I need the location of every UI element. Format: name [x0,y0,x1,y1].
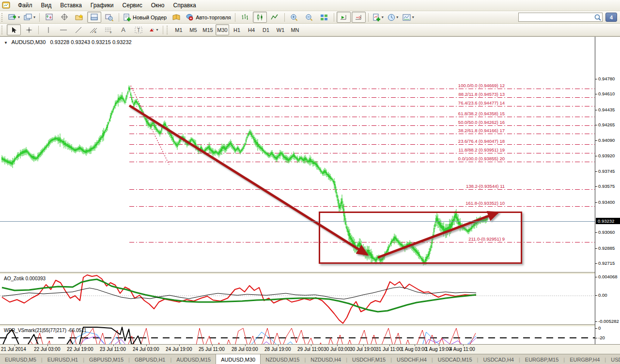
timeframe-button-h1[interactable]: H1 [230,24,244,35]
chart-canvas[interactable] [0,37,595,344]
timeframe-button-mn[interactable]: MN [288,24,302,35]
metaeditor-button[interactable] [169,12,183,23]
market-watch-button[interactable] [42,12,56,23]
strategy-tester-button[interactable] [102,12,116,23]
time-axis[interactable]: 21 Jul 201422 Jul 03:0022 Jul 19:0023 Ju… [0,344,620,354]
chart-tab-gbpusd-m15[interactable]: GBPUSD,M15 [84,354,128,364]
fib-level-label[interactable]: 38.2/61.8 (0.94166) 17 [403,128,505,133]
fib-level-label[interactable]: 161.8-(0.93352) 10 [403,200,505,206]
zoom-in-button[interactable] [287,12,301,23]
chart-tab-usdcad-m15[interactable]: USDCAD,M15 [433,354,477,364]
menu-item-5[interactable]: Окно [147,1,169,10]
candle-chart-button[interactable] [253,12,267,23]
tile-windows-button[interactable] [317,12,331,23]
chart-tab-eurgbp-h4[interactable]: EURGBP,H4 [565,354,604,364]
periods-button[interactable]: ▾ [386,12,400,23]
chart-tab-usdcad-h4[interactable]: USDCAD,H4 [478,354,519,364]
menu-item-3[interactable]: Графики [86,1,118,10]
fib-level-label[interactable]: 0.0/100.0 (0.93855) 20 [403,156,505,161]
time-axis-label[interactable]: 29 Jul 11:00 [297,347,324,352]
navigator-button[interactable] [72,12,86,23]
menu-item-2[interactable]: Вставка [56,1,86,10]
chart-tab-eurusd-h1[interactable]: EURUSD,H1 [43,354,83,364]
time-axis-label[interactable]: 4 Aug 11:00 [450,347,475,352]
time-axis-label[interactable]: 22 Jul 19:00 [67,347,93,352]
new-chart-button[interactable]: ▾ [7,12,21,23]
time-axis-label[interactable]: 1 Aug 19:00 [425,347,451,352]
time-axis-label[interactable]: 22 Jul 03:00 [34,347,61,352]
label-tool-button[interactable]: T [131,24,145,35]
fibonacci-tool-button[interactable]: F [101,24,115,35]
data-window-button[interactable] [57,12,71,23]
chart-tab-audusd-m30[interactable]: AUDUSD,M30 [216,354,261,364]
chat-badge[interactable]: 4 [605,13,617,22]
fib-level-label[interactable]: 23.6/76.4 (0.94047) 18 [403,138,505,144]
bar-chart-button[interactable] [238,12,252,23]
toolbar-grip[interactable] [1,13,5,22]
collapse-triangle-icon[interactable]: ▼ [4,41,8,45]
text-tool-button[interactable]: A [116,24,130,35]
zoom-out-button[interactable] [302,12,316,23]
toolbar-grip[interactable] [167,26,170,34]
chart-tab-audusd-m15[interactable]: AUDUSD,M15 [171,354,216,364]
chart-tab-usdchf-m15[interactable]: USDCHF,M15 [347,354,390,364]
time-axis-label[interactable]: 30 Jul 19:00 [350,347,376,352]
time-axis-label[interactable]: 21 Jul 2014 [1,347,26,352]
fib-level-label[interactable]: 100.0/0.0 (0.94669) 12 [403,83,505,88]
timeframe-button-h4[interactable]: H4 [245,24,258,35]
chart-tab-nzdusd-m15[interactable]: NZDUSD,M15 [261,354,304,364]
fib-level-label[interactable]: 61.8/38.2 (0.94358) 15 [403,111,505,116]
indicators-button[interactable]: ▾ [371,12,385,23]
cursor-tool-button[interactable] [7,24,21,35]
fib-level-label[interactable]: 138.2-(0.93544) 11 [403,183,505,189]
time-axis-label[interactable]: 28 Jul 03:00 [232,347,258,352]
fib-level-label[interactable]: 50.0/50.0 (0.94262) 16 [403,120,505,125]
terminal-button[interactable] [87,12,101,23]
shapes-tool-button[interactable]: ▾ [146,24,160,35]
crosshair-tool-button[interactable] [22,24,36,35]
fib-level-label[interactable]: 11.8/88.2 (0.93951) 19 [403,147,505,152]
timeframe-button-m15[interactable]: M15 [201,24,215,35]
fib-level-label[interactable]: 88.2/11.8 (0.94573) 13 [403,91,505,97]
time-axis-label[interactable]: 23 Jul 11:00 [100,347,126,352]
fib-level-label[interactable]: 211.0-(0.92951) 9 [403,236,505,242]
chart-tab-nzdusd-h4[interactable]: NZDUSD,H4 [306,354,346,364]
timeframe-button-m30[interactable]: M30 [216,24,229,35]
profiles-button[interactable]: ▾ [22,12,37,23]
auto-scroll-button[interactable] [337,12,351,23]
chart-tab-usdchf-h4[interactable]: USDCHF,H4 [392,354,432,364]
time-axis-label[interactable]: 25 Jul 11:00 [199,347,225,352]
chart-tab-usdjpy-m15[interactable]: USDJPY,M15 [606,354,620,364]
vertical-line-tool-button[interactable] [41,24,55,35]
timeframe-button-d1[interactable]: D1 [259,24,273,35]
horizontal-line-tool-button[interactable] [56,24,70,35]
menu-item-4[interactable]: Сервис [118,1,147,10]
fib-level-label[interactable]: 76.4/23.6 (0.94477) 14 [403,100,505,106]
timeframe-button-m1[interactable]: M1 [172,24,186,35]
menu-item-1[interactable]: Вид [37,1,56,10]
menu-item-0[interactable]: Файл [14,1,37,10]
chart-tab-eurusd-m5[interactable]: EURUSD,M5 [0,354,41,364]
search-icon[interactable] [594,14,602,21]
time-axis-label[interactable]: 28 Jul 19:00 [264,347,291,352]
toolbar-grip[interactable] [1,26,5,34]
chart-shift-button[interactable] [352,12,366,23]
trendline-tool-button[interactable] [71,24,85,35]
timeframe-button-m5[interactable]: M5 [186,24,200,35]
line-chart-button[interactable] [268,12,282,23]
search-input[interactable] [518,13,603,22]
time-axis-label[interactable]: 30 Jul 03:00 [324,347,350,352]
new-order-button[interactable]: Новый Ордер [122,12,168,23]
channel-tool-button[interactable]: E [86,24,100,35]
time-axis-label[interactable]: 24 Jul 19:00 [166,347,192,352]
templates-button[interactable]: ▾ [401,12,416,23]
chart-tab-gbpusd-h1[interactable]: GBPUSD,H1 [130,354,170,364]
time-axis-label[interactable]: 24 Jul 03:00 [133,347,159,352]
chart-tab-eurgbp-m15[interactable]: EURGBP,M15 [520,354,564,364]
menu-item-6[interactable]: Справка [169,1,201,10]
price-axis[interactable]: 0.93232 0.947800.946100.944350.942650.94… [595,37,620,345]
timeframe-button-w1[interactable]: W1 [274,24,287,35]
auto-trading-button[interactable]: Авто-торговля [184,12,232,23]
time-axis-label[interactable]: 1 Aug 03:00 [401,347,427,352]
time-axis-label[interactable]: 31 Jul 11:00 [376,347,402,352]
